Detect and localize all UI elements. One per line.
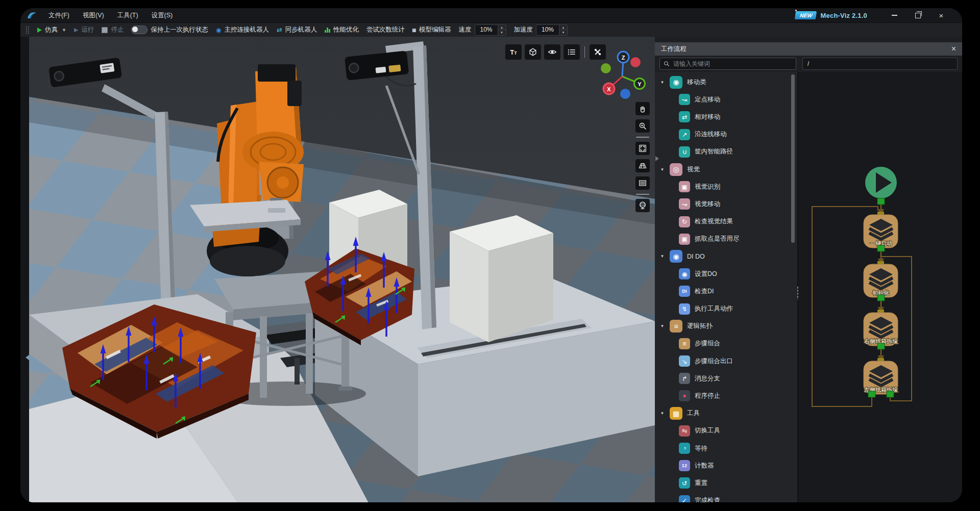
tree-category-di-do[interactable]: ▼◉DI DO bbox=[655, 248, 797, 265]
tree-category-logic-topology[interactable]: ▼≡逻辑拓扑 bbox=[655, 318, 797, 335]
axis-neg-x-ball[interactable] bbox=[630, 57, 641, 67]
expander-icon[interactable]: ▼ bbox=[659, 254, 665, 259]
chevron-down-icon[interactable]: ▼ bbox=[62, 28, 66, 33]
frame-display-button[interactable] bbox=[525, 44, 541, 60]
speed-spinner-buttons[interactable]: ▲▼ bbox=[498, 25, 506, 35]
axis-neg-y-ball[interactable] bbox=[601, 63, 611, 73]
graph-node-right-carton-depalletize[interactable]: 右侧纸箱拆垛 bbox=[864, 310, 898, 349]
accel-value[interactable]: 10% bbox=[536, 25, 559, 35]
tree-item-check-vision-result[interactable]: ↻检查视觉结果 bbox=[655, 213, 797, 231]
close-button[interactable]: × bbox=[929, 8, 953, 22]
expander-icon[interactable]: ▼ bbox=[659, 411, 665, 416]
tree-item-vision-move[interactable]: ↝视觉移动 bbox=[655, 195, 797, 213]
tree-item-step-group-exit[interactable]: ↘步骤组合出口 bbox=[655, 352, 797, 370]
visibility-button[interactable] bbox=[544, 44, 560, 60]
expander-icon[interactable]: ▼ bbox=[659, 167, 665, 172]
model-editor-icon: ◙ bbox=[412, 27, 416, 34]
accel-control: 加速度 10% ▲▼ bbox=[514, 24, 568, 36]
text-labels-button[interactable]: TT bbox=[505, 44, 522, 60]
graph-breadcrumb[interactable]: / bbox=[802, 58, 958, 70]
accel-spinner[interactable]: 10% ▲▼ bbox=[536, 24, 568, 36]
spin-up-icon[interactable]: ▲ bbox=[498, 25, 506, 30]
tree-item-wait[interactable]: ◔等待 bbox=[655, 440, 797, 457]
tree-item-run-tool-action[interactable]: ↯执行工具动作 bbox=[655, 300, 797, 317]
panel-body: ▼◉移动类↝定点移动⇄相对移动↗沿连线移动∪筐内智能路径▼◎视觉▣视觉识别↝视觉… bbox=[655, 72, 962, 502]
tree-item-fixed-point-move[interactable]: ↝定点移动 bbox=[655, 91, 797, 108]
expander-icon[interactable]: ▼ bbox=[659, 80, 665, 85]
tree-item-reset[interactable]: ↺重置 bbox=[655, 474, 797, 492]
graph-node-one-click-start[interactable]: 一键启动 bbox=[864, 212, 898, 251]
axis-neg-z-ball[interactable] bbox=[620, 89, 630, 99]
tree-item-grasp-points-exhausted[interactable]: ▣抓取点是否用尽 bbox=[655, 231, 797, 248]
tree-item-counter[interactable]: 12计数器 bbox=[655, 457, 797, 474]
search-input[interactable]: 请输入关键词 bbox=[659, 58, 796, 70]
menubar: 文件(F)视图(V)工具(T)设置(S) NEW Mech-Viz 2.1.0 … bbox=[20, 8, 962, 23]
spin-down-icon[interactable]: ▼ bbox=[559, 30, 567, 35]
3d-viewport[interactable]: TT bbox=[29, 37, 655, 502]
display-list-button[interactable] bbox=[564, 44, 580, 60]
axis-z-ball[interactable]: Z bbox=[618, 52, 629, 63]
tree-item-finish-check[interactable]: ✓完成检查 bbox=[655, 492, 797, 503]
tree-item-message-branch[interactable]: ↱消息分支 bbox=[655, 370, 797, 387]
toolbar-grip[interactable] bbox=[26, 26, 30, 34]
tree-item-step-group[interactable]: ≡步骤组合 bbox=[655, 335, 797, 352]
run-button[interactable]: ▶ 运行 bbox=[74, 25, 94, 34]
spin-up-icon[interactable]: ▲ bbox=[559, 25, 567, 30]
pan-button[interactable] bbox=[635, 102, 650, 115]
tree-item-vision-recognize[interactable]: ▣视觉识别 bbox=[655, 178, 797, 195]
model-editor-button[interactable]: ◙ 模型编辑器 bbox=[412, 25, 451, 34]
reset-icon: ↺ bbox=[679, 477, 690, 489]
menu-tools[interactable]: 工具(T) bbox=[111, 8, 145, 22]
graph-node-left-carton-depalletize[interactable]: 左侧纸箱拆垛 bbox=[864, 358, 898, 397]
menu-settings[interactable]: 设置(S) bbox=[145, 8, 180, 22]
projection-button[interactable] bbox=[635, 199, 650, 212]
3d-scene[interactable] bbox=[29, 37, 655, 502]
attempt-stats-button[interactable]: 尝试次数统计 bbox=[366, 25, 405, 34]
panel-close-button[interactable]: × bbox=[951, 45, 956, 53]
model-editor-label: 模型编辑器 bbox=[419, 25, 451, 34]
sync-robot-button[interactable]: ⇄ 同步机器人 bbox=[277, 25, 317, 34]
tree-item-relative-move[interactable]: ⇄相对移动 bbox=[655, 108, 797, 125]
ground-panel-button[interactable] bbox=[635, 176, 650, 190]
graph-node-initialize[interactable]: 初始化 bbox=[864, 261, 898, 301]
tree-item-smart-path-in-bin[interactable]: ∪筐内智能路径 bbox=[655, 143, 797, 161]
workflow-graph-canvas[interactable]: 一键启动初始化右侧纸箱拆垛左侧纸箱拆垛 bbox=[798, 72, 962, 502]
performance-button[interactable]: 性能优化 bbox=[325, 25, 359, 34]
zoom-button[interactable] bbox=[635, 119, 650, 133]
tree-item-check-di[interactable]: DI检查DI bbox=[655, 283, 797, 300]
new-badge: NEW bbox=[795, 11, 817, 19]
perspective-button[interactable] bbox=[635, 159, 650, 172]
axis-gizmo[interactable]: Z Y X bbox=[599, 50, 648, 99]
axis-y-ball[interactable]: Y bbox=[634, 79, 645, 89]
menu-view[interactable]: 视图(V) bbox=[76, 8, 111, 22]
menu-file[interactable]: 文件(F) bbox=[42, 8, 76, 22]
simulate-button[interactable]: 仿真 ▼ bbox=[37, 25, 66, 34]
accel-spinner-buttons[interactable]: ▲▼ bbox=[559, 25, 567, 35]
collapse-panel-icon[interactable] bbox=[655, 156, 659, 161]
spin-down-icon[interactable]: ▼ bbox=[498, 30, 506, 35]
tree-item-set-do[interactable]: ◉设置DO bbox=[655, 265, 797, 283]
axis-x-ball[interactable]: X bbox=[603, 83, 615, 94]
tree-item-label: 等待 bbox=[695, 444, 707, 453]
speed-value[interactable]: 10% bbox=[475, 25, 498, 35]
tree-category-move[interactable]: ▼◉移动类 bbox=[655, 73, 797, 91]
maximize-button[interactable] bbox=[906, 8, 929, 22]
tree-item-switch-tool[interactable]: ⇋切换工具 bbox=[655, 422, 797, 440]
tree-item-move-along-path[interactable]: ↗沿连线移动 bbox=[655, 126, 797, 143]
speed-spinner[interactable]: 10% ▲▼ bbox=[475, 24, 506, 36]
tree-item-program-stop[interactable]: ●程序停止 bbox=[655, 387, 797, 404]
expander-icon[interactable]: ▼ bbox=[659, 324, 665, 328]
tree-category-vision[interactable]: ▼◎视觉 bbox=[655, 161, 797, 178]
workflow-graph[interactable]: 一键启动初始化右侧纸箱拆垛左侧纸箱拆垛 bbox=[798, 72, 962, 502]
keep-last-state-toggle[interactable]: 保持上一次执行状态 bbox=[131, 25, 208, 34]
vision-recognize-icon: ▣ bbox=[679, 181, 690, 192]
panel-lines-icon bbox=[638, 178, 647, 188]
fit-view-button[interactable] bbox=[635, 142, 650, 155]
stop-icon bbox=[102, 27, 108, 33]
tree-scrollbar[interactable] bbox=[791, 74, 795, 243]
minimize-button[interactable] bbox=[883, 8, 906, 22]
master-control-button[interactable]: ◉ 主控连接机器人 bbox=[216, 25, 269, 34]
stop-button[interactable]: 停止 bbox=[102, 25, 124, 34]
tree-category-tool[interactable]: ▼▦工具 bbox=[655, 405, 797, 422]
toggle-off-icon[interactable] bbox=[131, 25, 148, 34]
